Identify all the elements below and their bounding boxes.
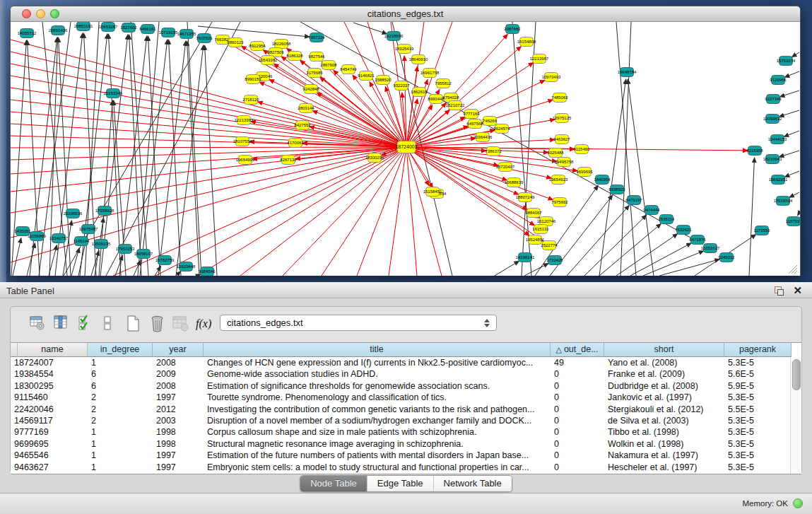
network-node[interactable]: 1615132 <box>532 225 549 234</box>
network-window[interactable]: citations_edges.txt 18724007766382298601… <box>10 6 801 276</box>
cell-pagerank[interactable]: 5.3E-5 <box>724 357 792 368</box>
table-row[interactable]: 2242004622012Investigating the contribut… <box>11 404 801 415</box>
cell-in-degree[interactable]: 1 <box>88 357 153 368</box>
network-node[interactable]: 15692951 <box>769 175 788 185</box>
delete-table-icon[interactable] <box>172 315 189 333</box>
network-node[interactable]: 10973493 <box>542 73 561 82</box>
network-node[interactable]: 1862615 <box>411 88 428 97</box>
cell-in-degree[interactable]: 6 <box>88 380 153 392</box>
network-node[interactable]: 19654903 <box>236 156 255 165</box>
network-node[interactable]: 7975692 <box>551 198 568 207</box>
network-node[interactable]: 1588520 <box>375 76 392 85</box>
cell-name[interactable]: 9115460 <box>11 392 88 403</box>
cell-year[interactable]: 2012 <box>153 404 204 415</box>
network-node[interactable]: 15751074 <box>777 57 796 66</box>
table-settings-icon[interactable] <box>29 315 46 333</box>
cell-in-degree[interactable]: 1 <box>88 462 153 473</box>
network-node[interactable]: 10719155 <box>159 28 178 37</box>
network-node[interactable]: 20691406 <box>49 26 68 35</box>
network-node[interactable]: 16648784 <box>618 68 637 77</box>
cell-title[interactable]: Corpus callosum shape and size in male p… <box>204 426 551 438</box>
network-node[interactable]: 3175685 <box>306 69 323 78</box>
cell-pagerank[interactable]: 5.6E-5 <box>724 368 792 380</box>
network-node[interactable]: 14671355 <box>177 30 196 39</box>
network-node[interactable]: 9227349 <box>765 95 782 104</box>
network-node[interactable]: 17957253 <box>116 245 135 254</box>
cell-in-degree[interactable]: 2 <box>88 404 153 415</box>
network-node[interactable]: 18325419 <box>395 45 414 54</box>
column-header-in-degree[interactable]: in_degree <box>88 343 153 357</box>
network-node[interactable]: 12093832 <box>763 115 782 124</box>
network-node[interactable]: 19495758 <box>555 158 574 167</box>
network-node[interactable]: 20153346 <box>104 89 123 98</box>
cell-title[interactable]: Genome-wide association studies in ADHD. <box>204 368 551 380</box>
table-row[interactable]: 946362711997Embryonic stem cells: a mode… <box>11 462 801 473</box>
network-node[interactable]: 1840954 <box>594 175 611 185</box>
table-vertical-scrollbar[interactable] <box>790 357 801 474</box>
cell-pagerank[interactable]: 5.3E-5 <box>724 426 792 438</box>
network-node[interactable]: 12213967 <box>530 54 549 64</box>
network-node[interactable]: 19218596 <box>384 32 404 41</box>
cell-title[interactable]: Structural magnetic resonance image aver… <box>204 438 551 450</box>
network-node[interactable]: 18107554 <box>233 137 252 146</box>
unselect-rows-icon[interactable] <box>100 315 117 333</box>
network-node[interactable]: 7632621 <box>675 226 692 235</box>
network-node[interactable]: 10351627 <box>701 244 720 253</box>
cell-year[interactable]: 1997 <box>153 450 204 461</box>
network-node[interactable]: 9242848 <box>302 85 319 94</box>
network-node[interactable]: 9025488 <box>547 148 564 158</box>
table-select-dropdown[interactable]: citations_edges.txt <box>220 315 497 331</box>
scrollbar-thumb[interactable] <box>792 359 801 390</box>
cell-title[interactable]: Investigating the contribution of common… <box>204 404 551 415</box>
column-header-pagerank[interactable]: pagerank <box>724 343 792 357</box>
cell-pagerank[interactable]: 5.5E-5 <box>724 404 792 415</box>
cell-year[interactable]: 1998 <box>153 426 204 438</box>
cell-title[interactable]: Changes of HCN gene expression and I(f) … <box>204 357 551 368</box>
network-node[interactable]: 1733426 <box>546 256 563 265</box>
cell-name[interactable]: 19384554 <box>11 368 88 380</box>
network-node[interactable]: 7615526 <box>196 34 213 43</box>
cell-in-degree[interactable]: 1 <box>88 450 153 461</box>
cell-in-degree[interactable]: 1 <box>88 438 153 450</box>
network-node[interactable]: 6479197 <box>625 196 642 205</box>
network-node[interactable]: 14055712 <box>18 29 37 38</box>
cell-name[interactable]: 9699695 <box>11 438 88 450</box>
network-node[interactable]: 8471876 <box>689 235 706 245</box>
cell-year[interactable]: 1998 <box>153 438 204 450</box>
cell-title[interactable]: Estimation of the future numbers of pati… <box>204 450 551 461</box>
cell-title[interactable]: Disruption of a novel member of a sodium… <box>204 415 551 426</box>
table-row[interactable]: 1456911722003Disruption of a novel membe… <box>11 415 801 426</box>
network-node[interactable]: 1187533 <box>786 217 800 226</box>
cell-short[interactable]: Tibbo et al. (1998) <box>604 426 724 438</box>
cell-year[interactable]: 2003 <box>153 415 204 426</box>
network-node[interactable]: 16154808 <box>517 37 536 47</box>
network-node[interactable]: 18724007 <box>395 141 417 153</box>
network-node[interactable]: 18226058 <box>272 40 291 49</box>
function-builder-icon[interactable]: f(x) <box>196 317 213 336</box>
column-header-year[interactable]: year <box>153 343 204 357</box>
network-node[interactable]: 9860123 <box>227 38 244 47</box>
table-row[interactable]: 1872400712008Changes of HCN gene express… <box>11 357 801 368</box>
network-node[interactable]: 17359928 <box>95 206 114 216</box>
delete-column-icon[interactable] <box>149 315 166 333</box>
network-node[interactable]: 1173550 <box>754 226 771 235</box>
network-node[interactable]: 1527602 <box>120 23 137 33</box>
network-canvas[interactable]: 1872400776638229860123891295418226058982… <box>11 22 800 276</box>
cell-out-de-[interactable]: 0 <box>551 368 604 380</box>
network-node[interactable]: 2522774 <box>541 241 558 250</box>
network-node[interactable]: 2087682 <box>504 25 521 34</box>
network-node[interactable]: 9115460 <box>574 145 591 154</box>
cell-out-de-[interactable]: 0 <box>551 404 604 415</box>
cell-year[interactable]: 1997 <box>153 462 204 473</box>
network-node[interactable]: 12923448 <box>177 262 196 271</box>
network-node[interactable]: 8938923 <box>608 185 625 194</box>
network-node[interactable]: 18807249 <box>516 193 535 202</box>
network-node[interactable]: 9699695 <box>576 168 593 177</box>
network-node[interactable]: 9084546 <box>199 267 216 276</box>
cell-short[interactable]: de Silva et al. (2003) <box>604 415 724 426</box>
network-node[interactable]: 16782759 <box>155 256 175 265</box>
network-node[interactable]: 8215958 <box>746 146 763 156</box>
cell-year[interactable]: 2008 <box>153 357 204 368</box>
network-node[interactable]: 2935114 <box>659 215 676 224</box>
network-node[interactable]: 3624574 <box>493 124 510 134</box>
